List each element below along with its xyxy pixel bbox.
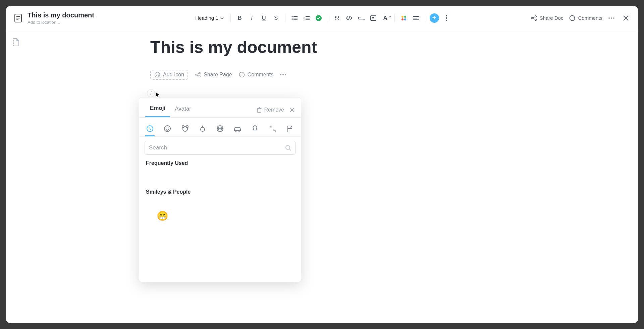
- embed-button[interactable]: [368, 13, 378, 23]
- emoji-picker-header: Emoji Avatar Remove: [139, 97, 301, 118]
- more-icon: [280, 74, 286, 75]
- category-flags[interactable]: [285, 122, 295, 136]
- svg-line-65: [289, 149, 291, 150]
- category-symbols[interactable]: #%: [268, 122, 277, 136]
- more-toolbar-button[interactable]: [441, 13, 451, 23]
- remove-icon-button[interactable]: Remove: [257, 107, 284, 113]
- text-color-button[interactable]: A: [380, 13, 390, 23]
- comments-button[interactable]: Comments: [569, 15, 602, 21]
- svg-point-22: [446, 15, 447, 16]
- frequently-used-grid: [139, 168, 301, 187]
- code-button[interactable]: [344, 13, 354, 23]
- toolbar-separator: [230, 14, 231, 22]
- more-icon: [608, 17, 614, 19]
- emoji-search-input[interactable]: [149, 144, 285, 151]
- emoji-categories: #%: [139, 118, 301, 137]
- bold-button[interactable]: B: [235, 13, 245, 23]
- svg-point-64: [286, 145, 290, 149]
- smiley-outline-icon: [154, 72, 160, 78]
- share-page-button[interactable]: Share Page: [195, 72, 232, 78]
- toolbar-separator: [285, 14, 285, 22]
- svg-line-29: [533, 18, 535, 19]
- flag-icon: [287, 125, 293, 132]
- more-options-button[interactable]: [608, 17, 614, 19]
- svg-point-4: [291, 16, 292, 17]
- svg-line-28: [533, 17, 535, 18]
- close-icon: [623, 15, 629, 21]
- italic-button[interactable]: I: [247, 13, 257, 23]
- emoji-item[interactable]: 😁: [157, 210, 168, 224]
- symbols-icon: #%: [269, 125, 276, 132]
- category-recent[interactable]: [145, 122, 155, 136]
- toolbar-separator: [425, 14, 425, 22]
- header-left: This is my document Add to location...: [13, 11, 140, 25]
- emoji-search-wrap: [139, 137, 301, 158]
- add-icon-button[interactable]: Add Icon: [150, 70, 188, 80]
- clock-icon: [146, 125, 154, 132]
- heading-dropdown-label: Heading 1: [195, 15, 218, 21]
- page-comments-button[interactable]: Comments: [239, 72, 273, 78]
- emoji-search[interactable]: [145, 141, 296, 155]
- chevron-down-icon: [220, 17, 224, 19]
- emoji-tab[interactable]: Emoji: [145, 102, 170, 117]
- comments-label: Comments: [578, 15, 602, 21]
- highlight-button[interactable]: [399, 13, 409, 23]
- add-to-location[interactable]: Add to location...: [28, 20, 94, 25]
- remove-label: Remove: [264, 107, 284, 113]
- share-page-label: Share Page: [204, 72, 232, 78]
- category-food[interactable]: [198, 122, 207, 136]
- quote-button[interactable]: [332, 13, 342, 23]
- close-modal-button[interactable]: [621, 13, 631, 23]
- comment-icon: [569, 15, 575, 21]
- section-frequently-used: Frequently Used: [139, 158, 301, 168]
- share-doc-button[interactable]: Share Doc: [531, 15, 564, 21]
- category-activity[interactable]: [215, 122, 225, 136]
- svg-line-41: [197, 75, 199, 76]
- emoji-picker-close[interactable]: [289, 107, 295, 113]
- add-block-button[interactable]: +: [429, 13, 439, 23]
- page-title[interactable]: This is my document: [150, 38, 625, 57]
- svg-point-8: [291, 19, 292, 20]
- document-header: This is my document Add to location... H…: [6, 6, 638, 30]
- checklist-button[interactable]: [314, 13, 324, 23]
- svg-point-49: [164, 126, 170, 132]
- svg-point-35: [156, 74, 157, 74]
- bullet-list-button[interactable]: [289, 13, 300, 23]
- trash-icon: [257, 107, 262, 113]
- svg-point-53: [182, 126, 184, 128]
- heading-dropdown[interactable]: Heading 1: [193, 14, 226, 22]
- add-icon-label: Add Icon: [163, 72, 184, 78]
- animal-icon: [181, 125, 189, 132]
- document-title[interactable]: This is my document: [28, 11, 94, 19]
- document-main: This is my document Add Icon Share Page …: [26, 30, 638, 323]
- toolbar-separator: [394, 14, 395, 22]
- svg-point-50: [166, 127, 167, 128]
- comment-icon: [239, 72, 245, 78]
- doc-title-group: This is my document Add to location...: [28, 11, 94, 25]
- smiley-icon: [164, 125, 171, 132]
- svg-point-38: [196, 74, 197, 75]
- link-button[interactable]: [356, 13, 366, 23]
- header-right: Share Doc Comments: [504, 13, 631, 23]
- svg-rect-43: [258, 109, 261, 113]
- avatar-tab[interactable]: Avatar: [170, 103, 196, 117]
- svg-point-30: [570, 15, 575, 20]
- formatting-toolbar: Heading 1 B I U S 123: [140, 13, 504, 23]
- new-page-icon[interactable]: [12, 38, 20, 46]
- color-dots-icon: [401, 16, 406, 20]
- category-objects[interactable]: [250, 122, 260, 136]
- strikethrough-button[interactable]: S: [271, 13, 281, 23]
- share-icon: [531, 15, 537, 21]
- page-more-button[interactable]: [280, 74, 286, 75]
- category-smileys[interactable]: [163, 122, 172, 136]
- svg-line-40: [197, 73, 199, 74]
- underline-button[interactable]: U: [259, 13, 269, 23]
- category-travel[interactable]: [233, 122, 242, 136]
- slash-command-hint[interactable]: /: [147, 89, 155, 97]
- svg-point-24: [446, 20, 447, 21]
- numbered-list-button[interactable]: 123: [302, 13, 312, 23]
- emoji-picker: Emoji Avatar Remove: [139, 97, 301, 282]
- category-animals[interactable]: [180, 122, 190, 136]
- align-button[interactable]: [411, 13, 421, 23]
- emoji-picker-body: Frequently Used Smileys & People 😁: [139, 158, 301, 282]
